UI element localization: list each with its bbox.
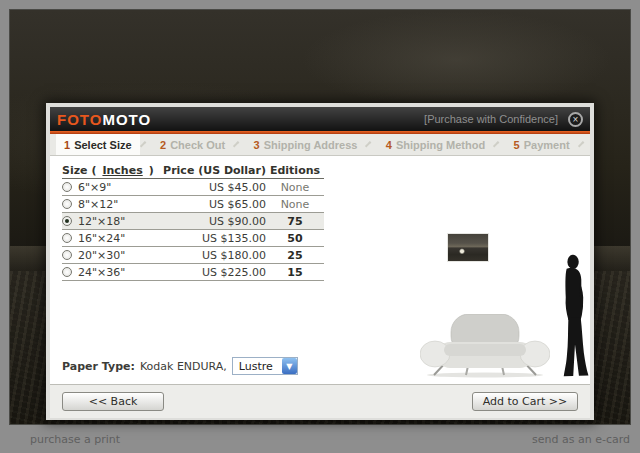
paper-type-label: Paper Type: (62, 360, 135, 373)
chevron-separator-icon (139, 141, 146, 148)
dropdown-arrow-icon: ▼ (282, 358, 297, 374)
table-row: 8"×12" US $65.00 None (62, 196, 324, 213)
step-number: 3 (254, 139, 260, 151)
step-label: Shipping Method (396, 139, 485, 151)
editions-value: 15 (266, 266, 324, 279)
checkout-steps: 1 Select Size 2 Check Out 3 Shipping Add… (50, 134, 590, 156)
step-label: Check Out (170, 139, 225, 151)
size-label: 20"×30" (78, 249, 125, 262)
step-label: Shipping Address (264, 139, 358, 151)
editions-value: 50 (266, 232, 324, 245)
table-row: 6"×9" US $45.00 None (62, 179, 324, 196)
chevron-separator-icon (577, 141, 584, 148)
size-label: 6"×9" (78, 181, 111, 194)
size-header-text: ) (149, 164, 154, 177)
editions-column-header: Editions (266, 164, 324, 177)
person-silhouette (553, 251, 595, 380)
editions-value: 75 (266, 215, 324, 228)
price-value: US $180.00 (162, 249, 266, 262)
editions-value: None (266, 181, 324, 194)
purchase-dialog: FOTOMOTO [Purchase with Confidence] × 1 … (46, 103, 594, 420)
paper-finish-select[interactable]: Lustre ▼ (232, 357, 298, 375)
logo-moto: MOTO (102, 111, 151, 128)
dialog-footer: << Back Add to Cart >> (50, 384, 590, 418)
tab-shipping-method[interactable]: 4 Shipping Method (378, 134, 493, 155)
radio-button[interactable] (62, 182, 72, 192)
header-right: [Purchase with Confidence] × (424, 112, 583, 127)
paper-brand: Kodak ENDURA, (140, 360, 227, 373)
size-column-header: Size (Inches) (62, 164, 162, 177)
step-label: Payment (524, 139, 570, 151)
purchase-confidence-tagline: [Purchase with Confidence] (424, 113, 558, 125)
size-header-text: Size ( (62, 164, 96, 177)
price-value: US $225.00 (162, 266, 266, 279)
dialog-content: Size (Inches) Price (US Dollar) Editions… (50, 156, 590, 384)
radio-button[interactable] (62, 250, 72, 260)
size-label: 16"×24" (78, 232, 125, 245)
fotomoto-logo: FOTOMOTO (57, 111, 151, 128)
step-number: 1 (64, 139, 70, 151)
radio-button[interactable] (62, 199, 72, 209)
table-row: 24"×36" US $225.00 15 (62, 264, 324, 281)
send-as-ecard-link[interactable]: send as an e-card (532, 433, 630, 446)
photo-thumbnail-preview (448, 234, 488, 261)
table-row: 20"×30" US $180.00 25 (62, 247, 324, 264)
back-button[interactable]: << Back (62, 392, 164, 411)
inches-unit-link[interactable]: Inches (102, 164, 142, 177)
chevron-separator-icon (365, 141, 372, 148)
step-number: 4 (386, 139, 392, 151)
add-to-cart-button[interactable]: Add to Cart >> (472, 392, 578, 411)
price-value: US $65.00 (162, 198, 266, 211)
table-row: 16"×24" US $135.00 50 (62, 230, 324, 247)
radio-button[interactable] (62, 267, 72, 277)
table-header-row: Size (Inches) Price (US Dollar) Editions (62, 162, 324, 179)
selected-option: Lustre (239, 360, 273, 373)
couch-illustration (420, 314, 550, 378)
editions-value: 25 (266, 249, 324, 262)
radio-button-checked[interactable] (62, 216, 72, 226)
tab-shipping-address[interactable]: 3 Shipping Address (246, 134, 366, 155)
price-value: US $45.00 (162, 181, 266, 194)
dialog-header: FOTOMOTO [Purchase with Confidence] × (50, 107, 590, 131)
step-label: Select Size (74, 139, 131, 151)
chevron-separator-icon (493, 141, 500, 148)
size-label: 24"×36" (78, 266, 125, 279)
close-icon[interactable]: × (568, 112, 583, 127)
tab-payment[interactable]: 5 Payment (506, 134, 578, 155)
tab-check-out[interactable]: 2 Check Out (152, 134, 233, 155)
paper-type-row: Paper Type: Kodak ENDURA, Lustre ▼ (62, 357, 298, 375)
price-value: US $135.00 (162, 232, 266, 245)
price-value: US $90.00 (162, 215, 266, 228)
step-number: 5 (514, 139, 520, 151)
size-label: 12"×18" (78, 215, 125, 228)
table-row-selected: 12"×18" US $90.00 75 (62, 213, 324, 230)
price-column-header: Price (US Dollar) (162, 164, 266, 177)
radio-button[interactable] (62, 233, 72, 243)
step-number: 2 (160, 139, 166, 151)
size-label: 8"×12" (78, 198, 118, 211)
chevron-separator-icon (233, 141, 240, 148)
logo-foto: FOTO (57, 111, 102, 128)
size-price-table: Size (Inches) Price (US Dollar) Editions… (62, 162, 324, 281)
purchase-a-print-link[interactable]: purchase a print (30, 433, 120, 446)
tab-select-size[interactable]: 1 Select Size (56, 134, 140, 155)
editions-value: None (266, 198, 324, 211)
